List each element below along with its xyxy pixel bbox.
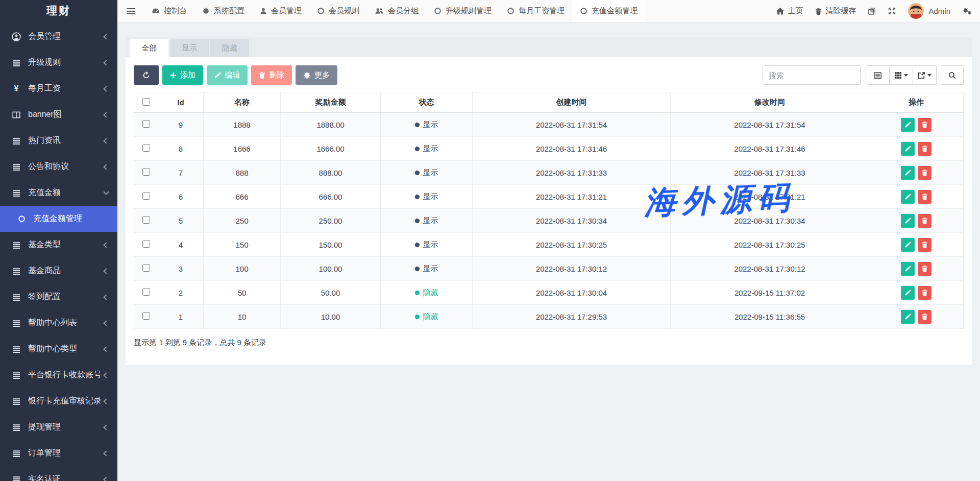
row-delete-button[interactable] xyxy=(918,118,932,132)
column-header[interactable]: 修改时间 xyxy=(671,92,869,113)
sidebar-item-label: 升级规则 xyxy=(28,57,104,68)
detail-view-button[interactable] xyxy=(866,66,889,84)
sidebar-item-16[interactable]: 订单管理 xyxy=(0,440,117,466)
nav-tab-2[interactable]: 系统配置 xyxy=(194,0,252,22)
column-header[interactable]: 名称 xyxy=(204,92,281,113)
row-checkbox[interactable] xyxy=(142,288,150,296)
columns-toggle-button[interactable] xyxy=(889,66,913,84)
column-header[interactable]: 操作 xyxy=(869,92,964,113)
refresh-button[interactable] xyxy=(134,65,159,85)
select-all-checkbox[interactable] xyxy=(142,98,150,106)
row-edit-button[interactable] xyxy=(901,166,915,180)
cell-checkbox xyxy=(134,185,158,209)
nav-tab-6[interactable]: 升级规则管理 xyxy=(426,0,499,22)
search-input[interactable] xyxy=(763,65,861,85)
row-checkbox[interactable] xyxy=(142,312,150,320)
status-badge: 显示 xyxy=(415,240,438,250)
row-edit-button[interactable] xyxy=(901,238,915,252)
sidebar-item-label: 提现管理 xyxy=(28,422,104,432)
clear-cache-link[interactable]: 清除缓存 xyxy=(815,6,856,16)
row-delete-button[interactable] xyxy=(918,238,932,252)
sidebar-item-10[interactable]: 签到配置 xyxy=(0,284,117,310)
search-button[interactable] xyxy=(941,65,964,85)
sidebar-item-11[interactable]: 帮助中心列表 xyxy=(0,310,117,336)
nav-tab-7[interactable]: 每月工资管理 xyxy=(499,0,572,22)
chevron-left-icon xyxy=(103,60,109,65)
row-edit-button[interactable] xyxy=(901,190,915,204)
settings-button[interactable] xyxy=(963,7,972,15)
nav-tab-5[interactable]: 会员分组 xyxy=(367,0,426,22)
column-header[interactable]: 创建时间 xyxy=(473,92,671,113)
app-root: 理财 会员管理升级规则¥每月工资banner图热门资讯公告和协议充值金额充值金额… xyxy=(0,0,980,481)
sidebar-toggle-button[interactable] xyxy=(117,0,144,22)
column-header[interactable]: 奖励金额 xyxy=(281,92,381,113)
nav-tab-4[interactable]: 会员规则 xyxy=(309,0,367,22)
row-edit-button[interactable] xyxy=(901,286,915,300)
sidebar-item-9[interactable]: 基金商品 xyxy=(0,258,117,284)
row-checkbox[interactable] xyxy=(142,264,150,272)
nav-tab-8-active[interactable]: 充值金额管理 xyxy=(572,0,645,22)
row-delete-button[interactable] xyxy=(918,142,932,156)
row-delete-button[interactable] xyxy=(918,286,932,300)
row-delete-button[interactable] xyxy=(918,190,932,204)
sidebar-item-12[interactable]: 帮助中心类型 xyxy=(0,336,117,362)
row-checkbox[interactable] xyxy=(142,144,150,152)
row-checkbox[interactable] xyxy=(142,216,150,224)
user-menu[interactable]: Admin xyxy=(908,3,950,19)
sidebar-item-3[interactable]: ¥每月工资 xyxy=(0,76,117,102)
sidebar-nav: 会员管理升级规则¥每月工资banner图热门资讯公告和协议充值金额充值金额管理基… xyxy=(0,21,117,481)
status-badge: 显示 xyxy=(415,144,438,154)
row-delete-button[interactable] xyxy=(918,310,932,324)
row-delete-button[interactable] xyxy=(918,262,932,276)
sidebar-item-2[interactable]: 升级规则 xyxy=(0,50,117,76)
row-delete-button[interactable] xyxy=(918,214,932,228)
caret-down-icon xyxy=(927,74,932,77)
row-edit-button[interactable] xyxy=(901,214,915,228)
column-header[interactable]: 状态 xyxy=(381,92,473,113)
delete-button[interactable]: 删除 xyxy=(251,65,292,85)
cell-created: 2022-08-31 17:30:04 xyxy=(473,281,671,305)
row-checkbox[interactable] xyxy=(142,168,150,176)
sidebar-item-14[interactable]: 银行卡充值审核记录 xyxy=(0,388,117,414)
sidebar-item-5[interactable]: 热门资讯 xyxy=(0,128,117,154)
row-checkbox[interactable] xyxy=(142,192,150,200)
sidebar-subitem-active[interactable]: 充值金额管理 xyxy=(0,206,117,232)
sidebar-item-6[interactable]: 公告和协议 xyxy=(0,154,117,180)
user-icon xyxy=(260,7,267,15)
home-link[interactable]: 主页 xyxy=(776,6,803,16)
row-edit-button[interactable] xyxy=(901,118,915,132)
filter-tab-1-active[interactable]: 全部 xyxy=(130,39,168,57)
table-row: 816661666.00显示2022-08-31 17:31:462022-08… xyxy=(134,137,964,161)
row-edit-button[interactable] xyxy=(901,142,915,156)
fullscreen-button[interactable] xyxy=(888,7,896,15)
sidebar-item-4[interactable]: banner图 xyxy=(0,102,117,128)
column-header[interactable]: Id xyxy=(158,92,204,113)
row-delete-button[interactable] xyxy=(918,166,932,180)
cell-created: 2022-08-31 17:31:33 xyxy=(473,161,671,185)
row-checkbox[interactable] xyxy=(142,120,150,128)
sidebar-item-8[interactable]: 基金类型 xyxy=(0,232,117,258)
sidebar-item-1[interactable]: 会员管理 xyxy=(0,23,117,50)
sidebar-item-7[interactable]: 充值金额 xyxy=(0,180,117,206)
add-button[interactable]: 添加 xyxy=(162,65,203,85)
cell-created: 2022-08-31 17:31:21 xyxy=(473,185,671,209)
export-button[interactable] xyxy=(913,66,936,84)
row-checkbox[interactable] xyxy=(142,240,150,248)
pencil-icon xyxy=(904,314,911,320)
edit-button[interactable]: 编辑 xyxy=(207,65,248,85)
sidebar-item-13[interactable]: 平台银行卡收款账号 xyxy=(0,362,117,388)
panel: 全部显示隐藏 添加 编辑 删除 更多 xyxy=(126,37,972,365)
row-edit-button[interactable] xyxy=(901,262,915,276)
nav-tab-3[interactable]: 会员管理 xyxy=(252,0,309,22)
sidebar-item-15[interactable]: 提现管理 xyxy=(0,414,117,440)
language-button[interactable] xyxy=(868,7,876,15)
nav-tab-1[interactable]: 控制台 xyxy=(144,0,194,22)
sidebar-item-17[interactable]: 实名认证 xyxy=(0,466,117,481)
filter-tab-3[interactable]: 隐藏 xyxy=(210,39,249,57)
more-button[interactable]: 更多 xyxy=(296,65,337,85)
row-edit-button[interactable] xyxy=(901,310,915,324)
sidebar-item-label: 订单管理 xyxy=(28,448,104,459)
yen-icon: ¥ xyxy=(11,85,21,93)
cell-checkbox xyxy=(134,305,158,329)
filter-tab-2[interactable]: 显示 xyxy=(170,39,209,57)
